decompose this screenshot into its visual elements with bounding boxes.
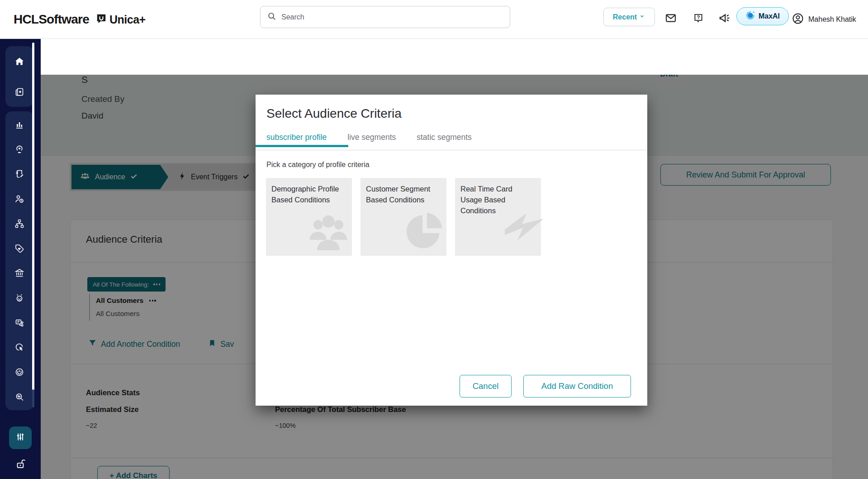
main-content: S Created By David Draft Audience Event … (41, 39, 868, 479)
user-menu[interactable]: Mahesh Khatik (792, 0, 856, 39)
people-group-icon (305, 209, 352, 254)
add-raw-condition-button[interactable]: Add Raw Condition (523, 375, 631, 398)
user-clock-icon[interactable] (14, 193, 25, 205)
sitemap-icon[interactable] (14, 218, 25, 230)
bank-icon[interactable] (14, 267, 25, 279)
nav-group-main (5, 111, 33, 410)
maxai-icon (745, 10, 755, 22)
app-screen: HCLSoftware Unica+ Recent ? (0, 0, 868, 479)
bar-chart-icon[interactable] (14, 119, 25, 130)
category-card-title: Customer Segment Based Conditions (360, 178, 446, 206)
announcements-icon[interactable] (717, 11, 732, 25)
category-prompt: Pick a category of profile criteria (266, 161, 370, 169)
hcl-software-logo: HCLSoftware (14, 12, 89, 27)
maxai-button[interactable]: MaxAI (736, 7, 789, 25)
note-edit-icon[interactable] (14, 168, 25, 180)
maxai-label: MaxAI (759, 12, 780, 20)
top-bar: HCLSoftware Unica+ Recent ? (0, 0, 868, 39)
search-input[interactable] (281, 13, 503, 21)
tag-heart-icon[interactable] (14, 243, 25, 254)
category-card-card-usage[interactable]: Real Time Card Usage Based Conditions (455, 178, 541, 256)
settings-button[interactable] (9, 426, 32, 449)
brand-logos: HCLSoftware Unica+ (14, 0, 146, 39)
dialog-tabs: subscriber profile live segments static … (266, 133, 472, 150)
robot-icon[interactable] (14, 292, 25, 304)
category-card-list: Demographic Profile Based Conditions Cus… (266, 178, 541, 256)
user-avatar-icon (792, 12, 804, 27)
target-cursor-icon[interactable] (14, 341, 25, 353)
cancel-button[interactable]: Cancel (460, 375, 512, 398)
sidebar-scrollbar-track[interactable] (32, 43, 34, 392)
search-icon (267, 11, 277, 23)
podcast-icon[interactable] (14, 144, 25, 155)
help-icon[interactable]: ? (691, 11, 706, 25)
unica-wordmark: Unica+ (109, 13, 146, 26)
sliders-icon (14, 431, 26, 445)
mail-icon[interactable] (664, 11, 678, 25)
category-card-segment[interactable]: Customer Segment Based Conditions (360, 178, 446, 256)
category-card-demographic[interactable]: Demographic Profile Based Conditions (266, 178, 352, 256)
divider (256, 150, 647, 150)
active-tab-underline (256, 145, 348, 147)
unica-bubble-icon (95, 13, 107, 26)
chevron-down-icon (639, 13, 645, 21)
sidebar-scrollbar-thumb[interactable] (32, 389, 34, 407)
svg-text:?: ? (697, 14, 700, 20)
gauge-icon[interactable] (14, 366, 25, 378)
search-pulse-icon[interactable] (14, 391, 25, 403)
tab-subscriber-profile[interactable]: subscriber profile (266, 133, 327, 150)
recent-dropdown[interactable]: Recent (603, 8, 655, 26)
home-icon[interactable] (14, 56, 25, 67)
tab-static-segments[interactable]: static segments (417, 133, 472, 150)
global-search[interactable] (260, 6, 510, 28)
category-card-title: Demographic Profile Based Conditions (266, 178, 352, 206)
user-name: Mahesh Khatik (808, 15, 856, 24)
dialog-title: Select Audience Criteria (266, 106, 402, 121)
sticky-subheader (41, 39, 868, 75)
pie-chart-icon (403, 209, 446, 254)
recent-label: Recent (613, 13, 637, 21)
nav-group-top (5, 46, 33, 107)
cards-star-icon[interactable] (14, 86, 25, 98)
doc-flow-icon[interactable] (14, 317, 25, 329)
select-audience-criteria-dialog: Select Audience Criteria subscriber prof… (256, 95, 647, 406)
lock-open-icon[interactable] (14, 456, 27, 471)
unica-logo: Unica+ (95, 13, 146, 26)
side-nav (0, 39, 41, 479)
tab-live-segments[interactable]: live segments (347, 133, 396, 150)
category-card-title: Real Time Card Usage Based Conditions (455, 178, 541, 216)
